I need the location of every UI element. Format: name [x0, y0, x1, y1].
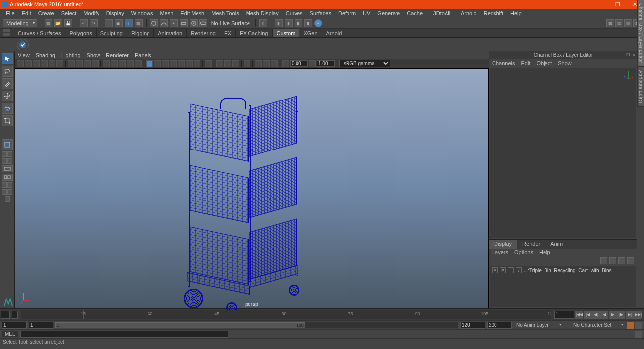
select-object-icon[interactable]: ◫: [125, 19, 133, 27]
playback-start-field[interactable]: [29, 322, 53, 329]
channel-menu-channels[interactable]: Channels: [492, 60, 515, 66]
snap-grid-icon[interactable]: [150, 19, 158, 27]
paint-selection-tool[interactable]: [2, 78, 13, 89]
render-frame-icon[interactable]: ▮: [275, 19, 283, 27]
construction-history-icon[interactable]: ⎌: [259, 19, 267, 27]
menu-edit[interactable]: Edit: [19, 10, 34, 17]
open-scene-icon[interactable]: 📂: [54, 19, 62, 27]
goto-end-button[interactable]: ▶▶|: [634, 311, 642, 319]
menu-curves[interactable]: Curves: [283, 10, 306, 17]
vp-stereo-icon[interactable]: [271, 60, 278, 67]
anim-layer-dropdown[interactable]: No Anim Layer: [514, 322, 563, 328]
layout-custom-icon[interactable]: ·: [5, 196, 10, 202]
menu-arnold[interactable]: Arnold: [458, 10, 480, 17]
vp-exposure-field[interactable]: [290, 60, 308, 67]
render-settings-icon[interactable]: ▮: [295, 19, 302, 27]
vp-screen-ao-icon[interactable]: [170, 60, 177, 67]
vp-grid-icon[interactable]: [68, 60, 75, 67]
menu-mesh[interactable]: Mesh: [157, 10, 176, 17]
undo-icon[interactable]: ↶: [80, 19, 88, 27]
shelf-tab-xgen[interactable]: XGen: [299, 29, 322, 37]
move-tool[interactable]: [2, 91, 13, 101]
vp-grease-pencil-icon[interactable]: [56, 60, 63, 67]
layout-two-stacked-icon[interactable]: [7, 158, 12, 164]
vp-isolate-select-icon[interactable]: [146, 60, 153, 67]
viewport-menu-panels[interactable]: Panels: [135, 52, 151, 58]
custom-shelf-button[interactable]: [17, 39, 29, 50]
shelf-tab-custom[interactable]: Custom: [273, 29, 300, 37]
outliner-toggle-icon[interactable]: [2, 165, 13, 172]
goto-start-button[interactable]: |◀◀: [575, 311, 583, 319]
shelf-tab-curves-surfaces[interactable]: Curves / Surfaces: [14, 29, 65, 37]
vp-resolution-gate-icon[interactable]: [84, 60, 91, 67]
ipr-render-icon[interactable]: ▮: [285, 19, 293, 27]
select-component-icon[interactable]: ▦: [135, 19, 143, 27]
shelf-tab-sculpting[interactable]: Sculpting: [97, 29, 127, 37]
vp-gamma-toggle-icon[interactable]: [309, 60, 316, 67]
new-layer-from-sel-icon[interactable]: [627, 257, 634, 264]
viewport-menu-view[interactable]: View: [18, 52, 30, 58]
menu-select[interactable]: Select: [58, 10, 80, 17]
menu-mesh-display[interactable]: Mesh Display: [243, 10, 282, 17]
menu-create[interactable]: Create: [35, 10, 57, 17]
shelf-editor-icon[interactable]: [3, 29, 10, 32]
snap-point-icon[interactable]: [170, 19, 178, 27]
menu-help[interactable]: Help: [507, 10, 525, 17]
layer-visibility-toggle[interactable]: V: [492, 267, 498, 273]
script-language-label[interactable]: MEL: [2, 331, 18, 337]
playback-end-field[interactable]: [460, 322, 485, 329]
vp-wireframe-icon[interactable]: [103, 60, 110, 67]
vp-use-lights-icon[interactable]: [127, 60, 134, 67]
shelf-tab-rendering[interactable]: Rendering: [187, 29, 220, 37]
step-back-frame-button[interactable]: ◀|: [592, 311, 600, 319]
snap-live-icon[interactable]: [190, 19, 198, 27]
new-scene-icon[interactable]: ▦: [45, 19, 52, 27]
vp-color-space-dropdown[interactable]: sRGB gamma: [339, 60, 390, 67]
lasso-tool[interactable]: [2, 66, 13, 77]
vp-light-3-icon[interactable]: [232, 60, 239, 67]
layer-display-type-toggle[interactable]: [508, 267, 514, 273]
layer-tab-render[interactable]: Render: [517, 240, 545, 249]
rotate-tool[interactable]: [2, 103, 13, 114]
character-set-dropdown[interactable]: No Character Set: [571, 322, 625, 328]
channel-box-toggle-icon[interactable]: ▤: [615, 19, 623, 27]
side-tab-attribute-editor[interactable]: Attribute Editor: [637, 67, 644, 107]
layer-move-down-icon[interactable]: [609, 257, 616, 264]
vp-smooth-shade-icon[interactable]: [111, 60, 118, 67]
hypershade-icon[interactable]: ●: [314, 19, 322, 27]
current-frame-field[interactable]: 1: [554, 311, 574, 319]
menu-generate[interactable]: Generate: [374, 10, 403, 17]
vp-exposure-toggle-icon[interactable]: [282, 60, 289, 67]
save-scene-icon[interactable]: 💾: [64, 19, 72, 27]
menu-cache[interactable]: Cache: [404, 10, 426, 17]
script-editor-icon[interactable]: [635, 331, 642, 338]
render-view-icon[interactable]: ▮: [304, 19, 312, 27]
shelf-tab-polygons[interactable]: Polygons: [65, 29, 96, 37]
step-back-key-button[interactable]: |◀: [584, 311, 592, 319]
vp-far-clip-icon[interactable]: [263, 60, 270, 67]
panel-layout-icon[interactable]: ▦: [606, 19, 614, 27]
play-backward-button[interactable]: ◀: [600, 311, 608, 319]
time-left-box-2[interactable]: [12, 311, 18, 319]
layout-four-icon[interactable]: [7, 151, 12, 157]
menu-modify[interactable]: Modify: [80, 10, 102, 17]
command-input[interactable]: [20, 331, 228, 338]
time-ruler[interactable]: 1153045607590105120: [21, 310, 551, 319]
range-handle[interactable]: 1 120: [55, 322, 305, 328]
play-forward-button[interactable]: ▶: [609, 311, 617, 319]
vp-textured-icon[interactable]: [119, 60, 126, 67]
menu-display[interactable]: Display: [103, 10, 127, 17]
time-slider[interactable]: 1153045607590105120 1 |◀◀ |◀ ◀| ◀ ▶ |▶ ▶…: [0, 308, 644, 320]
shelf-tab-fx[interactable]: FX: [220, 29, 236, 37]
menu-deform[interactable]: Deform: [335, 10, 359, 17]
shelf-tab-arnold[interactable]: Arnold: [322, 29, 347, 37]
layout-two-side-icon[interactable]: [2, 158, 7, 164]
last-tool[interactable]: [2, 139, 13, 150]
channel-menu-object[interactable]: Object: [536, 60, 552, 66]
scale-tool[interactable]: [2, 115, 13, 126]
layout-clip-icon[interactable]: [7, 189, 12, 195]
menu-set-dropdown[interactable]: Modeling: [3, 19, 37, 27]
viewport-3d[interactable]: persp: [15, 68, 489, 308]
step-fwd-frame-button[interactable]: |▶: [617, 311, 625, 319]
redo-icon[interactable]: ↷: [90, 19, 98, 27]
